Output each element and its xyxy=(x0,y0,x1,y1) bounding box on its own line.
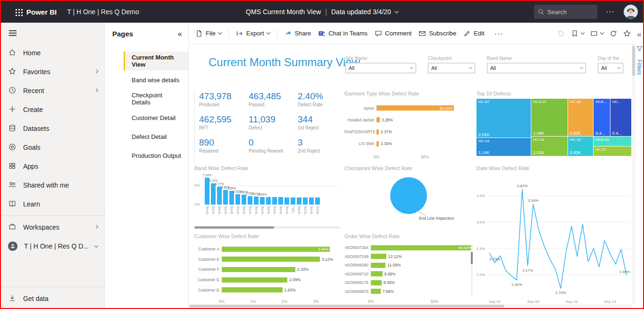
bar[interactable] xyxy=(376,117,380,122)
reset-view-button[interactable] xyxy=(557,30,565,37)
sidebar-item-home[interactable]: Home xyxy=(1,43,104,62)
page-item-band-wise-details[interactable]: Band wise details xyxy=(124,70,188,89)
comment-button[interactable]: Comment xyxy=(375,30,411,37)
bar[interactable]: 80.00% xyxy=(376,105,454,111)
bar[interactable]: 2.29% xyxy=(248,196,252,205)
bar[interactable]: 5.72% xyxy=(211,183,216,205)
treemap-tile-hca-05[interactable]: HCA-05 xyxy=(594,137,631,147)
sidebar-item-workspaces[interactable]: Workspaces xyxy=(1,218,104,237)
sidebar-item-shared-with-me[interactable]: Shared with me xyxy=(1,176,104,195)
bar[interactable] xyxy=(278,197,283,205)
treemap-tile-hc-03[interactable]: HC-031.14K xyxy=(477,138,531,156)
topbar-title-group[interactable]: QMS Current Month View | Data updated 3/… xyxy=(246,8,398,16)
canvas-vertical-scrollbar[interactable] xyxy=(632,44,636,304)
pie-slice-end-line-inspection[interactable] xyxy=(390,177,427,214)
waffle-menu-button[interactable] xyxy=(6,4,22,20)
treemap-tile-hc-10[interactable]: HC-100.82K xyxy=(568,137,594,156)
bar[interactable] xyxy=(284,197,289,205)
defect-rate-line[interactable] xyxy=(489,189,627,288)
page-item-defect-detail[interactable]: Defect Detail xyxy=(124,127,188,146)
export-menu-button[interactable]: Export xyxy=(236,30,270,37)
view-mode-button[interactable] xyxy=(590,30,603,37)
chevron-down-icon[interactable] xyxy=(395,9,399,13)
edit-button[interactable]: Edit xyxy=(463,30,484,37)
treemap-tile-hc-08[interactable]: HC-080.82K xyxy=(568,99,594,137)
collapse-pages-icon[interactable]: « xyxy=(178,30,182,38)
subscribe-button[interactable]: Subscribe xyxy=(418,30,456,37)
treemap-tile-hc-67[interactable]: HC-672.01K xyxy=(477,99,531,138)
favorite-report-button[interactable] xyxy=(623,30,631,37)
bar[interactable] xyxy=(291,197,295,205)
bar[interactable]: 80.00% xyxy=(371,245,473,250)
chart-scrollbar[interactable] xyxy=(471,245,473,296)
slicer-dropdown[interactable]: All xyxy=(487,63,586,73)
sidebar-item-learn[interactable]: Learn xyxy=(1,195,104,214)
bar[interactable]: 2.83% xyxy=(235,194,240,205)
search-box[interactable]: Search xyxy=(534,5,597,19)
bar[interactable] xyxy=(371,289,381,294)
bar[interactable] xyxy=(315,197,320,205)
bar[interactable]: 2.04% xyxy=(260,197,265,205)
hamburger-menu-button[interactable] xyxy=(1,23,104,43)
bar[interactable] xyxy=(371,271,383,276)
bookmarks-button[interactable] xyxy=(571,30,584,37)
bar[interactable] xyxy=(222,277,287,283)
sidebar-item-goals[interactable]: Goals xyxy=(1,138,104,157)
sidebar-item-favorites[interactable]: Favorites xyxy=(1,62,104,81)
scrollbar-thumb[interactable] xyxy=(190,305,504,308)
file-menu-button[interactable]: File xyxy=(195,30,221,37)
refresh-button[interactable] xyxy=(610,30,617,37)
user-avatar[interactable] xyxy=(623,4,638,19)
toolbar-more-button[interactable]: ··· xyxy=(492,29,506,38)
filters-pane-label[interactable]: Filters xyxy=(636,60,643,75)
sidebar-item-datasets[interactable]: Datasets xyxy=(1,119,104,138)
bar[interactable] xyxy=(371,254,386,259)
bar[interactable] xyxy=(371,263,385,268)
slicer-dropdown[interactable]: All xyxy=(345,63,416,73)
bar[interactable] xyxy=(222,287,283,292)
scrollbar-thumb[interactable] xyxy=(632,46,635,76)
canvas-horizontal-scrollbar[interactable] xyxy=(189,304,632,308)
share-button[interactable]: Share xyxy=(284,30,311,37)
slicer-dropdown[interactable]: All xyxy=(428,63,475,73)
bar[interactable] xyxy=(303,197,308,205)
treemap-tile-hc[interactable]: HC...0.4... xyxy=(611,99,631,137)
bar[interactable] xyxy=(371,280,382,285)
bar[interactable]: 3.59% xyxy=(229,191,234,205)
bar[interactable] xyxy=(222,257,320,262)
bar[interactable] xyxy=(266,197,271,205)
bar[interactable] xyxy=(297,197,301,205)
bar[interactable] xyxy=(309,197,314,205)
bar[interactable] xyxy=(376,141,379,146)
bar[interactable]: 3.44% xyxy=(222,247,330,252)
treemap-tile-hca-07[interactable]: HCA-071.09K xyxy=(531,99,568,137)
bar[interactable] xyxy=(222,267,295,272)
treemap-tile-hc-14[interactable]: HC-141.02K xyxy=(531,137,568,156)
sidebar-current-workspace[interactable]: T | H One | Res Q D... xyxy=(1,237,104,256)
scrollbar-thumb[interactable] xyxy=(194,226,274,229)
bar[interactable] xyxy=(272,197,277,205)
expand-filters-icon[interactable]: « xyxy=(637,30,641,38)
bar[interactable]: 3.96% xyxy=(223,190,228,205)
sidebar-item-recent[interactable]: Recent xyxy=(1,81,104,100)
bar[interactable]: 4.77% xyxy=(217,187,222,205)
sidebar-item-create[interactable]: Create xyxy=(1,100,104,119)
bar[interactable]: 2.60% xyxy=(242,195,246,205)
sidebar-item-apps[interactable]: Apps xyxy=(1,157,104,176)
page-item-customer-detail[interactable]: Customer Detail xyxy=(124,108,188,127)
page-item-current-month-view[interactable]: Current Month View xyxy=(124,52,188,70)
page-item-production-output[interactable]: Production Output xyxy=(124,146,188,165)
topbar-breadcrumb[interactable]: T | H One | Res Q Demo xyxy=(67,8,139,16)
powerbi-logo[interactable]: Power BI xyxy=(26,8,57,16)
treemap-tile-hc-27[interactable]: HC-27 xyxy=(594,146,631,156)
chat-in-teams-button[interactable]: T Chat in Teams xyxy=(318,30,368,37)
page-item-checkpoint-details[interactable]: Checkpoint Details xyxy=(124,89,188,108)
slicer-dropdown[interactable]: All xyxy=(598,63,623,73)
scrollbar-thumb[interactable] xyxy=(471,252,473,264)
sidebar-item-get-data[interactable]: Get data xyxy=(1,289,104,308)
filter-funnel-icon[interactable] xyxy=(636,46,643,52)
treemap-tile-hca[interactable]: HCA...0.4... xyxy=(594,99,610,137)
bar[interactable] xyxy=(376,129,379,135)
topbar-more-button[interactable]: ··· xyxy=(603,7,618,17)
bar[interactable]: 2.13% xyxy=(254,197,259,205)
